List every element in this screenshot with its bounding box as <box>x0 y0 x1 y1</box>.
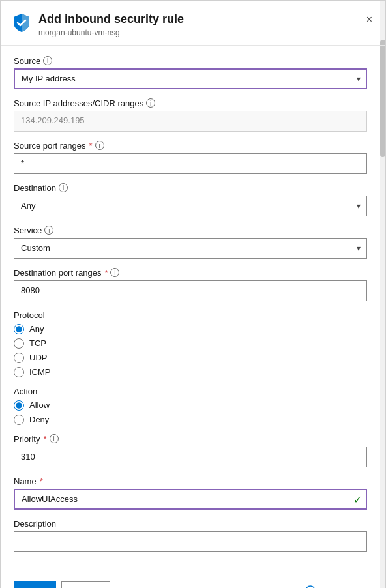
cancel-button[interactable]: Cancel <box>61 581 110 588</box>
dest-port-field-group: Destination port ranges * i <box>14 268 367 301</box>
name-input[interactable] <box>14 489 367 510</box>
add-button[interactable]: Add <box>14 581 56 588</box>
destination-select[interactable]: Any IP Addresses Service Tag Application… <box>14 196 367 216</box>
panel-title: Add inbound security rule <box>38 12 372 27</box>
dest-port-required: * <box>104 268 108 278</box>
priority-required: * <box>43 434 46 444</box>
scrollbar-thumb[interactable] <box>380 40 385 157</box>
action-allow-radio[interactable] <box>14 400 24 411</box>
dest-port-input[interactable] <box>14 280 367 301</box>
shield-icon <box>11 12 32 33</box>
dest-port-info-icon[interactable]: i <box>110 268 119 277</box>
source-port-info-icon[interactable]: i <box>95 141 104 150</box>
action-allow-label: Allow <box>29 400 50 410</box>
description-label: Description <box>14 519 367 529</box>
protocol-radio-group: Any TCP UDP ICMP <box>14 324 367 377</box>
action-deny-item[interactable]: Deny <box>14 415 367 425</box>
protocol-icmp-radio[interactable] <box>14 367 24 377</box>
source-port-required: * <box>89 141 93 151</box>
action-deny-radio[interactable] <box>14 415 24 425</box>
service-label: Service i <box>14 226 367 235</box>
panel-subtitle: morgan-ubuntu-vm-nsg <box>38 28 372 37</box>
source-ip-input: 134.209.249.195 <box>14 111 367 132</box>
dest-port-label: Destination port ranges * i <box>14 268 367 278</box>
priority-field-group: Priority * i <box>14 434 367 467</box>
service-info-icon[interactable]: i <box>44 226 53 235</box>
service-field-group: Service i Custom HTTP HTTPS SSH RDP MS S… <box>14 226 367 259</box>
source-label: Source i <box>14 56 367 66</box>
protocol-any-item[interactable]: Any <box>14 324 367 334</box>
priority-info-icon[interactable]: i <box>50 434 59 443</box>
protocol-tcp-label: TCP <box>29 338 46 348</box>
priority-label: Priority * i <box>14 434 367 444</box>
destination-info-icon[interactable]: i <box>59 183 68 192</box>
name-check-icon: ✓ <box>353 493 362 505</box>
panel: Add inbound security rule morgan-ubuntu-… <box>0 0 386 588</box>
scrollbar-track[interactable] <box>380 1 385 588</box>
name-input-wrapper: ✓ <box>14 489 367 510</box>
action-allow-item[interactable]: Allow <box>14 400 367 411</box>
source-port-input[interactable] <box>14 153 367 174</box>
name-label: Name * <box>14 477 367 486</box>
name-field-group: Name * ✓ <box>14 477 367 510</box>
source-select-wrapper: My IP address Any IP Addresses Service T… <box>14 68 367 89</box>
destination-label: Destination i <box>14 183 367 193</box>
panel-header: Add inbound security rule morgan-ubuntu-… <box>1 1 385 46</box>
source-select[interactable]: My IP address Any IP Addresses Service T… <box>14 68 367 89</box>
feedback-icon <box>305 585 316 588</box>
action-deny-label: Deny <box>29 415 49 424</box>
protocol-label: Protocol <box>14 310 367 320</box>
description-field-group: Description <box>14 519 367 552</box>
source-field-group: Source i My IP address Any IP Addresses … <box>14 56 367 89</box>
source-info-icon[interactable]: i <box>43 56 52 65</box>
protocol-udp-label: UDP <box>29 353 47 362</box>
protocol-udp-radio[interactable] <box>14 353 24 363</box>
form-content: Source i My IP address Any IP Addresses … <box>1 46 385 572</box>
source-port-label: Source port ranges * i <box>14 141 367 151</box>
action-radio-group: Allow Deny <box>14 400 367 425</box>
service-select[interactable]: Custom HTTP HTTPS SSH RDP MS SQL MySQL <box>14 238 367 259</box>
source-ip-info-icon[interactable]: i <box>146 98 155 108</box>
source-ip-label: Source IP addresses/CIDR ranges i <box>14 98 367 108</box>
protocol-icmp-label: ICMP <box>29 367 51 377</box>
action-label: Action <box>14 387 367 396</box>
protocol-tcp-item[interactable]: TCP <box>14 338 367 349</box>
protocol-any-radio[interactable] <box>14 324 24 334</box>
action-field-group: Action Allow Deny <box>14 387 367 425</box>
feedback-link[interactable]: Give feedback <box>305 585 372 588</box>
description-input[interactable] <box>14 531 367 552</box>
priority-input[interactable] <box>14 447 367 467</box>
protocol-any-label: Any <box>29 324 44 334</box>
panel-footer: Add Cancel Give feedback <box>1 572 385 588</box>
protocol-udp-item[interactable]: UDP <box>14 353 367 363</box>
destination-select-wrapper: Any IP Addresses Service Tag Application… <box>14 196 367 216</box>
service-select-wrapper: Custom HTTP HTTPS SSH RDP MS SQL MySQL ▾ <box>14 238 367 259</box>
destination-field-group: Destination i Any IP Addresses Service T… <box>14 183 367 216</box>
header-text: Add inbound security rule morgan-ubuntu-… <box>38 12 372 37</box>
protocol-icmp-item[interactable]: ICMP <box>14 367 367 377</box>
source-port-field-group: Source port ranges * i <box>14 141 367 174</box>
name-required: * <box>40 477 43 486</box>
protocol-field-group: Protocol Any TCP UDP ICMP <box>14 310 367 377</box>
protocol-tcp-radio[interactable] <box>14 338 24 349</box>
source-ip-field-group: Source IP addresses/CIDR ranges i 134.20… <box>14 98 367 132</box>
close-button[interactable]: × <box>364 11 375 28</box>
